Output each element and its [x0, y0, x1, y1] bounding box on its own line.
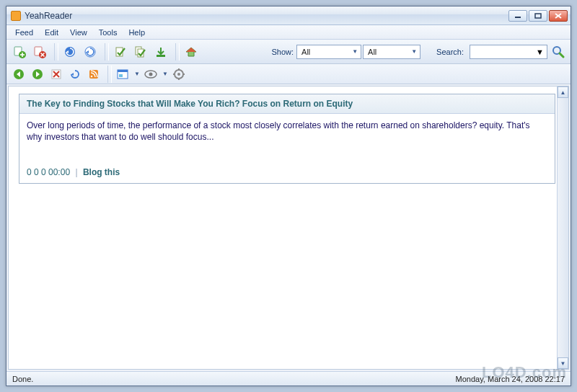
entry-meta: 0 0 0 00:00 [27, 167, 70, 177]
close-button[interactable] [549, 10, 568, 22]
entry-title[interactable]: The Key to Finding Stocks that Will Make… [19, 94, 555, 114]
mark-all-read-icon [134, 45, 147, 58]
scroll-track[interactable] [558, 99, 568, 357]
title-bar: YeahReader [6, 6, 571, 25]
import-icon [154, 45, 167, 58]
menu-edit[interactable]: Edit [39, 27, 64, 38]
toolbar-separator [107, 66, 112, 83]
toolbar-separator [105, 43, 109, 61]
search-input[interactable]: ▼ [470, 45, 547, 59]
svg-point-40 [177, 73, 180, 76]
chevron-down-icon[interactable]: ▼ [162, 71, 168, 77]
toolbar-separator [54, 43, 58, 61]
status-right: Monday, March 24, 2008 22:17 [456, 375, 565, 383]
filter-button[interactable] [143, 66, 159, 82]
svg-marker-21 [186, 48, 196, 52]
scroll-up-button[interactable]: ▲ [558, 86, 568, 98]
entry-body: Over long periods of time, the performan… [19, 114, 555, 164]
feed-page-button[interactable] [86, 66, 102, 82]
svg-point-38 [149, 72, 152, 76]
refresh-all-button[interactable] [61, 43, 79, 61]
minimize-button[interactable] [508, 10, 527, 22]
show-combo-2-value: All [368, 48, 376, 56]
view-mode-button[interactable] [115, 66, 131, 82]
main-toolbar: Show: All ▼ All ▼ Search: ▼ [6, 40, 571, 64]
app-window: YeahReader Feed Edit View Tools Help [6, 6, 571, 386]
nav-toolbar: ▼ ▼ [6, 64, 571, 84]
status-bar: Done. Monday, March 24, 2008 22:17 [6, 371, 571, 386]
window-title: YeahReader [25, 11, 72, 21]
refresh-button[interactable] [82, 43, 99, 61]
feed-page-icon [88, 68, 100, 80]
show-combo-1[interactable]: All ▼ [296, 45, 361, 59]
reload-button[interactable] [67, 66, 83, 82]
forward-icon [32, 68, 43, 80]
show-combo-1-value: All [301, 48, 310, 56]
stop-icon [50, 68, 62, 80]
options-button[interactable] [171, 66, 187, 82]
reload-icon [69, 68, 81, 80]
mark-read-button[interactable] [112, 43, 129, 61]
svg-line-23 [560, 53, 563, 57]
back-icon [13, 68, 25, 80]
chevron-down-icon: ▼ [352, 48, 358, 55]
show-combo-2[interactable]: All ▼ [363, 45, 420, 59]
entry-footer: 0 0 0 00:00 | Blog this [19, 164, 555, 183]
remove-feed-button[interactable] [31, 43, 48, 61]
maximize-button[interactable] [529, 10, 547, 22]
svg-rect-35 [118, 70, 128, 72]
menu-help[interactable]: Help [123, 27, 151, 38]
vertical-scrollbar[interactable]: ▲ ▼ [557, 86, 568, 369]
home-button[interactable] [182, 43, 200, 61]
show-label: Show: [272, 48, 294, 56]
options-icon [173, 68, 185, 80]
mark-all-read-button[interactable] [132, 43, 149, 61]
stop-button[interactable] [48, 66, 64, 82]
feed-entry: The Key to Finding Stocks that Will Make… [19, 94, 555, 184]
search-label: Search: [436, 48, 464, 56]
menu-bar: Feed Edit View Tools Help [6, 25, 571, 40]
status-left: Done. [12, 375, 33, 383]
svg-rect-36 [119, 74, 123, 77]
blog-this-link[interactable]: Blog this [83, 167, 120, 177]
svg-rect-1 [535, 14, 541, 18]
menu-view[interactable]: View [64, 27, 93, 38]
menu-feed[interactable]: Feed [9, 27, 39, 38]
search-icon [552, 45, 565, 58]
menu-tools[interactable]: Tools [93, 27, 123, 38]
eye-icon [144, 69, 157, 79]
svg-point-33 [91, 75, 93, 77]
app-icon [11, 11, 21, 21]
mark-read-icon [114, 45, 127, 58]
refresh-all-icon [63, 45, 76, 58]
add-feed-button[interactable] [11, 43, 28, 61]
toolbar-separator [175, 43, 180, 61]
scroll-down-button[interactable]: ▼ [558, 357, 568, 369]
forward-button[interactable] [30, 66, 45, 82]
import-button[interactable] [152, 43, 169, 61]
divider: | [75, 167, 77, 177]
add-feed-icon [13, 45, 26, 58]
view-mode-icon [117, 68, 128, 80]
chevron-down-icon: ▼ [536, 48, 544, 56]
back-button[interactable] [11, 66, 27, 82]
refresh-icon [84, 45, 97, 58]
search-button[interactable] [550, 44, 566, 60]
home-icon [185, 45, 198, 58]
chevron-down-icon[interactable]: ▼ [134, 71, 140, 77]
svg-rect-19 [157, 55, 165, 57]
content-pane: The Key to Finding Stocks that Will Make… [8, 86, 569, 370]
chevron-down-icon: ▼ [411, 48, 417, 55]
remove-feed-icon [33, 45, 46, 58]
